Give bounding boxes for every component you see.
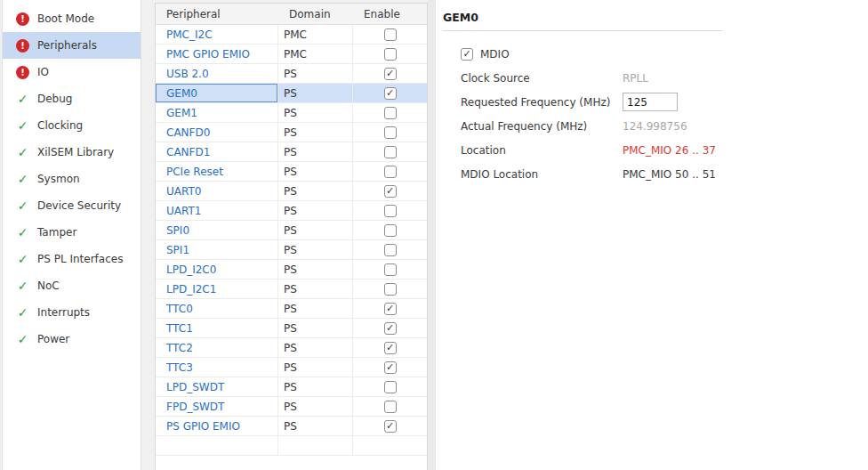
table-row-pmc-i2c: PMC_I2CPMC (156, 25, 427, 45)
enable-checkbox[interactable] (384, 361, 397, 374)
sidebar-item-debug[interactable]: ✓Debug (3, 85, 141, 112)
peripheral-link[interactable]: FPD_SWDT (156, 397, 278, 417)
check-icon: ✓ (16, 252, 29, 266)
column-header-domain[interactable]: Domain (278, 4, 353, 24)
enable-cell (353, 162, 427, 182)
mdio-field-row: MDIO (461, 42, 868, 66)
sidebar-item-io[interactable]: !IO (3, 59, 141, 85)
peripheral-link[interactable]: TTC0 (156, 299, 278, 319)
enable-checkbox[interactable] (384, 263, 397, 276)
table-row-gem0: GEM0PS (156, 84, 427, 103)
peripheral-link[interactable]: LPD_SWDT (156, 377, 278, 397)
sidebar-item-sysmon[interactable]: ✓Sysmon (3, 166, 141, 192)
enable-checkbox[interactable] (384, 146, 397, 158)
gem0-detail-panel: GEM0 MDIO Clock SourceRPLLRequested Freq… (436, 0, 868, 470)
table-row-pmc-gpio-emio: PMC GPIO EMIOPMC (156, 45, 427, 64)
peripheral-link[interactable]: CANFD1 (156, 142, 278, 162)
enable-cell (353, 377, 427, 397)
peripheral-link[interactable]: PMC_I2C (156, 25, 278, 45)
peripheral-link[interactable]: PMC GPIO EMIO (156, 45, 278, 64)
domain-cell: PS (278, 319, 353, 338)
check-icon: ✓ (16, 279, 29, 293)
domain-cell: PS (278, 142, 353, 162)
panel-splitter[interactable] (428, 0, 436, 470)
enable-cell (353, 64, 427, 84)
sidebar-item-boot-mode[interactable]: !Boot Mode (3, 5, 141, 32)
enable-checkbox[interactable] (384, 303, 397, 315)
domain-cell: PS (278, 103, 353, 123)
table-row-pcie-reset: PCIe ResetPS (156, 162, 427, 182)
enable-checkbox[interactable] (384, 87, 397, 100)
sidebar-item-ps-pl-interfaces[interactable]: ✓PS PL Interfaces (3, 246, 141, 272)
peripheral-link[interactable]: TTC2 (156, 338, 278, 358)
enable-checkbox[interactable] (384, 224, 397, 237)
sidebar-item-label: Clocking (37, 119, 83, 132)
column-header-enable[interactable]: Enable (353, 4, 427, 24)
table-row-lpd-i2c1: LPD_I2C1PS (156, 280, 427, 299)
check-icon: ✓ (16, 199, 29, 213)
sidebar-item-interrupts[interactable]: ✓Interrupts (3, 299, 141, 326)
peripheral-link[interactable]: SPI1 (156, 240, 278, 260)
sidebar-item-power[interactable]: ✓Power (3, 326, 141, 352)
table-body: PMC_I2CPMCPMC GPIO EMIOPMCUSB 2.0PSGEM0P… (156, 25, 427, 456)
peripheral-link[interactable]: UART1 (156, 201, 278, 221)
field-row-location: LocationPMC_MIO 26 .. 37 (461, 138, 868, 162)
peripheral-link[interactable]: GEM0 (156, 84, 278, 103)
sidebar-item-label: Peripherals (37, 39, 97, 52)
peripheral-link[interactable]: UART0 (156, 182, 278, 201)
table-row-ttc1: TTC1PS (156, 319, 427, 338)
table-row-canfd1: CANFD1PS (156, 142, 427, 162)
table-row-ttc0: TTC0PS (156, 299, 427, 319)
peripheral-link[interactable]: CANFD0 (156, 123, 278, 142)
enable-checkbox[interactable] (384, 185, 397, 198)
peripheral-link[interactable]: LPD_I2C0 (156, 260, 278, 280)
enable-checkbox[interactable] (384, 420, 397, 433)
enable-checkbox[interactable] (384, 401, 397, 413)
enable-checkbox[interactable] (384, 322, 397, 335)
sidebar-item-noc[interactable]: ✓NoC (3, 272, 141, 299)
enable-checkbox[interactable] (384, 126, 397, 139)
field-label: Actual Frequency (MHz) (461, 120, 623, 133)
table-row-fpd-swdt: FPD_SWDTPS (156, 397, 427, 417)
sidebar-item-label: Sysmon (37, 173, 80, 185)
check-icon: ✓ (16, 145, 29, 159)
domain-cell: PMC (278, 45, 353, 64)
enable-checkbox[interactable] (384, 48, 397, 61)
enable-checkbox[interactable] (384, 28, 397, 41)
table-row-canfd0: CANFD0PS (156, 123, 427, 142)
peripheral-link[interactable]: PS GPIO EMIO (156, 417, 278, 436)
peripheral-link[interactable]: GEM1 (156, 103, 278, 123)
sidebar-item-label: Tamper (37, 226, 76, 239)
sidebar-item-xilsem-library[interactable]: ✓XilSEM Library (3, 139, 141, 166)
sidebar-item-peripherals[interactable]: !Peripherals (3, 32, 141, 59)
peripheral-link[interactable]: TTC3 (156, 358, 278, 377)
enable-checkbox[interactable] (384, 107, 397, 119)
peripheral-link[interactable]: SPI0 (156, 221, 278, 240)
mdio-checkbox[interactable] (461, 48, 473, 61)
enable-checkbox[interactable] (384, 342, 397, 354)
peripheral-link[interactable]: TTC1 (156, 319, 278, 338)
enable-cell (353, 142, 427, 162)
sidebar-item-tamper[interactable]: ✓Tamper (3, 219, 141, 246)
domain-cell: PS (278, 64, 353, 84)
enable-checkbox[interactable] (384, 244, 397, 256)
enable-checkbox[interactable] (384, 283, 397, 296)
enable-checkbox[interactable] (384, 166, 397, 178)
check-icon: ✓ (16, 225, 29, 239)
domain-cell: PMC (278, 25, 353, 45)
enable-checkbox[interactable] (384, 68, 397, 80)
requested-frequency-input[interactable] (623, 93, 678, 111)
field-value: 124.998756 (623, 120, 687, 133)
enable-checkbox[interactable] (384, 381, 397, 393)
enable-cell (353, 280, 427, 299)
enable-cell (353, 260, 427, 280)
domain-cell: PS (278, 358, 353, 377)
peripheral-link[interactable]: PCIe Reset (156, 162, 278, 182)
peripheral-link[interactable]: LPD_I2C1 (156, 280, 278, 299)
column-header-peripheral[interactable]: Peripheral (156, 4, 278, 24)
sidebar-item-clocking[interactable]: ✓Clocking (3, 112, 141, 139)
peripheral-link[interactable]: USB 2.0 (156, 64, 278, 84)
sidebar-item-device-security[interactable]: ✓Device Security (3, 192, 141, 219)
table-row-gem1: GEM1PS (156, 103, 427, 123)
enable-checkbox[interactable] (384, 205, 397, 217)
